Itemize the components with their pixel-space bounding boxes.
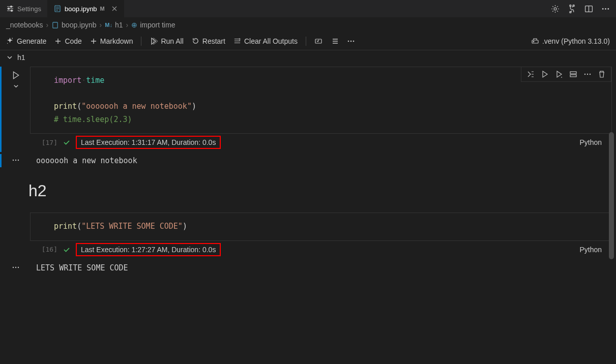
notebook-icon [53, 5, 62, 13]
chevron-right-icon: › [126, 21, 129, 29]
delete-cell-icon[interactable] [598, 70, 606, 78]
generate-button[interactable]: Generate [6, 37, 46, 45]
svg-rect-22 [570, 75, 576, 77]
manage-icon[interactable] [551, 5, 560, 13]
svg-point-27 [15, 160, 16, 161]
code-cell[interactable]: import·time print("ooooooh a new noteboo… [0, 67, 612, 152]
svg-point-30 [15, 266, 16, 267]
python-icon: ⊕ [131, 21, 137, 29]
output-more-icon[interactable] [12, 156, 20, 167]
tab-boop[interactable]: boop.ipynb M [47, 0, 124, 17]
kernel-selector[interactable]: .venv (Python 3.13.0) [531, 37, 610, 45]
settings-icon [6, 5, 14, 13]
svg-point-28 [18, 160, 19, 161]
svg-point-29 [13, 266, 14, 267]
code-editor[interactable]: import·time print("ooooooh a new noteboo… [30, 67, 612, 134]
code-editor[interactable]: print("LETS WRITE SOME CODE") [30, 213, 612, 241]
more-cell-icon[interactable] [583, 70, 592, 78]
cell-language[interactable]: Python [579, 246, 602, 254]
clear-outputs-button[interactable]: Clear All Outputs [233, 37, 298, 45]
outline-label: h1 [17, 53, 25, 62]
svg-point-2 [11, 10, 13, 12]
source-control-icon[interactable] [568, 5, 576, 13]
breadcrumb-section[interactable]: M↓ h1 [105, 21, 123, 29]
more-icon[interactable] [601, 5, 610, 13]
svg-point-14 [7, 43, 8, 44]
svg-point-26 [13, 160, 14, 161]
svg-point-20 [533, 41, 534, 42]
notebook-toolbar: Generate Code Markdown Run All Restart C… [0, 32, 616, 50]
svg-point-24 [587, 74, 588, 75]
execution-info: Last Execution: 1:27:27 AM, Duration: 0.… [76, 243, 221, 256]
breadcrumb: _notebooks › boop.ipynb › M↓ h1 › ⊕ impo… [0, 18, 616, 32]
restart-button[interactable]: Restart [192, 37, 225, 45]
notebook-area: import·time print("ooooooh a new noteboo… [0, 65, 616, 277]
breadcrumb-symbol[interactable]: ⊕ import time [131, 21, 175, 29]
svg-point-17 [350, 40, 352, 42]
markdown-cell[interactable]: h2 [0, 167, 612, 213]
cell-status-bar: [17] Last Execution: 1:31:17 AM, Duratio… [30, 134, 612, 152]
cell-toolbar [521, 67, 611, 82]
split-cell-icon[interactable] [569, 70, 577, 78]
execute-cell-icon[interactable] [541, 70, 549, 78]
split-editor-icon[interactable] [584, 5, 593, 13]
tab-label: Settings [17, 5, 41, 13]
svg-point-23 [584, 74, 585, 75]
svg-point-11 [607, 8, 609, 10]
svg-rect-21 [570, 72, 576, 74]
tab-label: boop.ipynb [65, 5, 97, 13]
svg-point-0 [11, 6, 12, 8]
svg-point-1 [8, 8, 10, 10]
cell-language[interactable]: Python [579, 138, 602, 146]
markdown-icon: M↓ [105, 22, 112, 28]
svg-point-13 [12, 38, 13, 39]
tab-settings[interactable]: Settings [0, 0, 47, 17]
svg-point-18 [353, 40, 355, 42]
close-icon[interactable] [111, 5, 118, 12]
svg-point-10 [605, 8, 606, 10]
cell-status-bar: [16] Last Execution: 1:27:27 AM, Duratio… [30, 241, 612, 259]
svg-point-16 [348, 40, 349, 42]
run-cell-button[interactable] [11, 71, 20, 80]
outline-section[interactable]: h1 [0, 50, 616, 65]
chevron-right-icon: › [46, 21, 48, 29]
tab-actions [545, 5, 616, 13]
breadcrumb-folder[interactable]: _notebooks [6, 21, 43, 29]
svg-point-31 [18, 266, 19, 267]
svg-rect-12 [53, 22, 57, 27]
success-icon [63, 246, 71, 254]
run-by-line-icon[interactable] [526, 70, 535, 78]
cell-output: LETS WRITE SOME CODE [0, 261, 612, 275]
cell-output: ooooooh a new notebook [0, 154, 612, 167]
svg-point-4 [554, 8, 556, 10]
more-actions-icon[interactable] [347, 37, 355, 45]
add-markdown-button[interactable]: Markdown [90, 37, 133, 45]
execution-count: [17] [34, 139, 57, 146]
svg-point-25 [590, 74, 591, 75]
breadcrumb-file[interactable]: boop.ipynb [51, 21, 97, 29]
execution-count: [16] [34, 246, 57, 253]
execute-above-icon[interactable] [555, 70, 563, 78]
svg-point-9 [602, 8, 604, 10]
tab-bar: Settings boop.ipynb M [0, 0, 616, 18]
scrollbar[interactable] [609, 132, 614, 259]
run-all-button[interactable]: Run All [150, 37, 183, 45]
success-icon [63, 138, 71, 146]
code-cell[interactable]: print("LETS WRITE SOME CODE") [16] Last … [0, 213, 612, 259]
chevron-right-icon: › [100, 21, 102, 29]
add-code-button[interactable]: Code [54, 37, 81, 45]
output-text: LETS WRITE SOME CODE [30, 261, 134, 275]
execution-info: Last Execution: 1:31:17 AM, Duration: 0.… [76, 136, 221, 149]
variables-icon[interactable] [314, 37, 322, 45]
output-more-icon[interactable] [12, 263, 20, 275]
output-text: ooooooh a new notebook [30, 154, 143, 167]
collapse-icon[interactable] [13, 83, 19, 89]
outline-icon[interactable] [331, 37, 339, 45]
modified-indicator: M [100, 6, 105, 12]
